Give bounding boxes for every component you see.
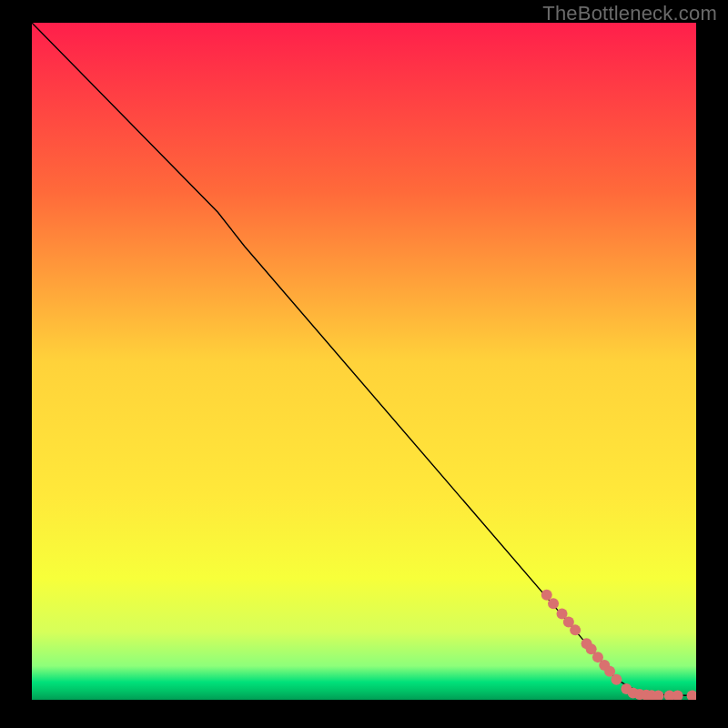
chart-svg xyxy=(32,23,696,700)
scatter-point xyxy=(548,598,559,609)
scatter-point xyxy=(611,674,622,685)
chart-plot-area xyxy=(32,23,696,700)
scatter-point xyxy=(541,590,552,601)
chart-frame: TheBottleneck.com xyxy=(0,0,728,728)
scatter-point xyxy=(570,624,581,635)
